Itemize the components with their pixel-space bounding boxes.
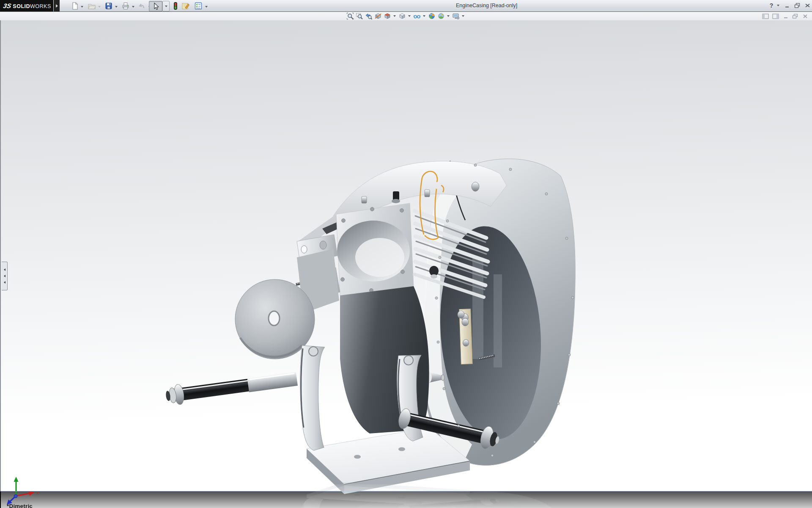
open-folder-icon	[88, 2, 96, 10]
undo-icon	[137, 2, 146, 10]
undo-button[interactable]	[137, 1, 146, 11]
graphics-viewport[interactable]: x *Dimetric	[0, 20, 812, 491]
print-icon	[121, 2, 130, 10]
highlighted-sketch	[420, 171, 444, 240]
heads-up-view-toolbar	[346, 12, 465, 20]
engine-casing-model	[1, 20, 812, 508]
section-view-icon	[374, 12, 382, 20]
select-cursor-icon	[151, 2, 160, 11]
zoom-to-fit-icon	[346, 12, 354, 20]
display-style-dropdown[interactable]	[407, 14, 411, 18]
new-document-icon	[71, 2, 79, 10]
file-properties-icon	[181, 2, 190, 10]
restore-icon	[794, 3, 801, 8]
view-settings-icon	[452, 12, 460, 20]
scene-sphere-icon	[437, 12, 445, 20]
print-button[interactable]	[121, 1, 130, 11]
pin-detail	[422, 371, 444, 383]
solidworks-brand-bold: SOLID	[13, 3, 30, 9]
restore-button[interactable]	[793, 2, 802, 9]
screen: x *Dimetric 3S SOLIDWORKS	[0, 0, 812, 508]
solidworks-logo: 3S SOLIDWORKS	[0, 0, 53, 11]
expand-right-arrow-icon	[56, 4, 58, 8]
open-button[interactable]	[87, 1, 96, 11]
document-close-button[interactable]	[801, 13, 809, 19]
traffic-light-icon	[171, 2, 180, 10]
minimize-button[interactable]	[782, 2, 792, 9]
close-button[interactable]	[803, 2, 812, 9]
feature-pane-toggle-button[interactable]	[761, 13, 770, 19]
display-style-cube-icon	[398, 12, 406, 20]
zoom-to-area-icon	[356, 12, 363, 20]
hide-show-items-button[interactable]	[413, 12, 421, 20]
document-minimize-button[interactable]	[782, 13, 790, 19]
save-dropdown[interactable]	[114, 5, 118, 9]
display-style-button[interactable]	[398, 12, 406, 20]
window-title: EngineCasing [Read-only]	[456, 3, 517, 8]
print-dropdown[interactable]	[131, 5, 135, 9]
view-settings-dropdown[interactable]	[461, 14, 465, 18]
previous-view-icon	[365, 12, 373, 20]
options-dropdown[interactable]	[204, 5, 208, 9]
options-button[interactable]	[194, 1, 203, 11]
select-tool-dropdown[interactable]	[162, 1, 170, 11]
menu-expand-tab[interactable]	[54, 0, 60, 11]
left-pane-icon	[762, 14, 769, 19]
open-dropdown[interactable]	[97, 5, 102, 9]
zoom-to-area-button[interactable]	[355, 12, 363, 20]
new-document-button[interactable]	[70, 1, 80, 11]
document-close-icon	[802, 14, 808, 19]
view-settings-button[interactable]	[452, 12, 460, 20]
zoom-to-fit-button[interactable]	[346, 12, 354, 20]
document-restore-icon	[792, 14, 798, 19]
title-bar: 3S SOLIDWORKS	[0, 0, 812, 12]
edit-appearance-button[interactable]	[428, 12, 436, 20]
previous-view-button[interactable]	[365, 12, 373, 20]
expand-left-arrow-icon	[4, 268, 5, 271]
save-button[interactable]	[104, 1, 113, 11]
windows-taskbar: e e C:\_	[0, 491, 812, 508]
options-checklist-icon	[194, 2, 203, 10]
solidworks-logo-mark-icon: 3S	[3, 2, 12, 9]
eyeglasses-icon	[413, 12, 421, 20]
appearance-sphere-icon	[428, 12, 436, 20]
hide-show-items-dropdown[interactable]	[422, 14, 426, 18]
apply-scene-button[interactable]	[437, 12, 445, 20]
minimize-icon	[784, 3, 790, 8]
section-view-button[interactable]	[374, 12, 382, 20]
close-icon	[804, 3, 811, 8]
view-orientation-button[interactable]	[383, 12, 391, 20]
file-properties-button[interactable]	[181, 1, 190, 11]
document-bar	[0, 12, 812, 20]
right-pane-icon	[772, 14, 779, 19]
select-tool-button[interactable]	[149, 1, 162, 11]
solidworks-brand-light: WORKS	[30, 3, 51, 9]
new-document-dropdown[interactable]	[80, 5, 84, 9]
rebuild-button[interactable]	[171, 1, 180, 11]
help-button[interactable]: ?	[767, 2, 776, 9]
expand-left-arrow-icon	[4, 281, 5, 284]
view-orientation-dropdown[interactable]	[392, 14, 397, 18]
help-icon: ?	[770, 2, 774, 9]
save-floppy-icon	[104, 2, 113, 10]
document-minimize-icon	[783, 14, 789, 19]
view-orientation-cube-icon	[384, 12, 391, 20]
feature-manager-collapsed-tab[interactable]	[2, 262, 8, 290]
expand-left-arrow-icon	[4, 275, 5, 277]
apply-scene-dropdown[interactable]	[446, 14, 450, 18]
help-dropdown[interactable]	[776, 2, 781, 9]
document-restore-button[interactable]	[791, 13, 799, 19]
display-pane-toggle-button[interactable]	[771, 13, 780, 19]
